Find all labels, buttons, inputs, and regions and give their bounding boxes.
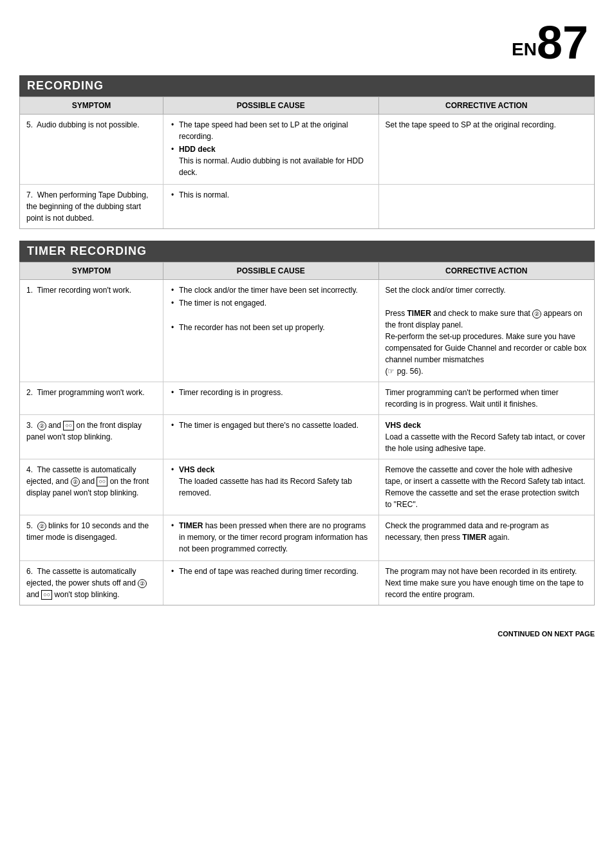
timer-row-2-cause: Timer recording is in progress. [163,382,379,414]
page-footer: CONTINUED ON NEXT PAGE [19,617,595,638]
recording-header-row: SYMPTOM POSSIBLE CAUSE CORRECTIVE ACTION [20,97,594,115]
timer-row-5-cause: TIMER has been pressed when there are no… [163,515,379,560]
recording-row-5-symptom: 5. Audio dubbing is not possible. [20,115,163,184]
recording-row-5-cause: The tape speed had been set to LP at the… [163,115,379,184]
timer-col-cause: POSSIBLE CAUSE [163,263,379,279]
timer-row-3: 3. ② and ○○ on the front display panel w… [20,415,594,459]
timer-row-4-symptom: 4. The cassette is automatically ejected… [20,459,163,515]
timer-col-action: CORRECTIVE ACTION [379,263,595,279]
recording-col-cause: POSSIBLE CAUSE [163,97,379,114]
timer-recording-section: TIMER RECORDING SYMPTOM POSSIBLE CAUSE C… [19,241,595,605]
recording-table: SYMPTOM POSSIBLE CAUSE CORRECTIVE ACTION… [19,97,595,229]
timer-row-3-symptom: 3. ② and ○○ on the front display panel w… [20,415,163,459]
timer-table: SYMPTOM POSSIBLE CAUSE CORRECTIVE ACTION… [19,262,595,605]
recording-row-7-symptom: 7. When performing Tape Dubbing, the beg… [20,185,163,228]
timer-row-6-cause: The end of tape was reached during timer… [163,561,379,605]
timer-row-5-action: Check the programmed data and re-program… [379,515,595,560]
recording-row-5-action: Set the tape speed to SP at the original… [379,115,595,184]
timer-row-1-action: Set the clock and/or timer correctly. Pr… [379,280,595,382]
recording-row-7-action [379,185,595,228]
timer-row-6-action: The program may not have been recorded i… [379,561,595,605]
timer-row-4: 4. The cassette is automatically ejected… [20,459,594,515]
timer-row-3-action: VHS deck Load a cassette with the Record… [379,415,595,459]
recording-section: RECORDING SYMPTOM POSSIBLE CAUSE CORRECT… [19,75,595,229]
page: EN87 RECORDING SYMPTOM POSSIBLE CAUSE CO… [0,0,614,868]
timer-row-1: 1. Timer recording won't work. The clock… [20,280,594,382]
recording-col-symptom: SYMPTOM [20,97,163,114]
timer-row-6: 6. The cassette is automatically ejected… [20,561,594,605]
timer-row-1-cause: The clock and/or the timer have been set… [163,280,379,382]
timer-row-5-symptom: 5. ② blinks for 10 seconds and the timer… [20,515,163,560]
timer-header-row: SYMPTOM POSSIBLE CAUSE CORRECTIVE ACTION [20,263,594,280]
page-header: EN87 [19,13,595,75]
recording-row-7-cause: This is normal. [163,185,379,228]
recording-row-7: 7. When performing Tape Dubbing, the beg… [20,185,594,228]
recording-col-action: CORRECTIVE ACTION [379,97,595,114]
recording-row-5: 5. Audio dubbing is not possible. The ta… [20,115,594,185]
timer-row-6-symptom: 6. The cassette is automatically ejected… [20,561,163,605]
timer-row-2-action: Timer programming can't be performed whe… [379,382,595,414]
page-number: 87 [537,17,588,68]
timer-row-4-cause: VHS deckThe loaded cassette has had its … [163,459,379,515]
continued-label: CONTINUED ON NEXT PAGE [498,630,595,638]
timer-col-symptom: SYMPTOM [20,263,163,279]
timer-row-1-symptom: 1. Timer recording won't work. [20,280,163,382]
timer-row-3-cause: The timer is engaged but there's no cass… [163,415,379,459]
timer-row-2: 2. Timer programming won't work. Timer r… [20,382,594,415]
timer-row-4-action: Remove the cassette and cover the hole w… [379,459,595,515]
timer-section-title: TIMER RECORDING [19,241,595,262]
recording-section-title: RECORDING [19,75,595,97]
timer-row-5: 5. ② blinks for 10 seconds and the timer… [20,515,594,561]
timer-row-2-symptom: 2. Timer programming won't work. [20,382,163,414]
en-label: EN [512,39,537,59]
